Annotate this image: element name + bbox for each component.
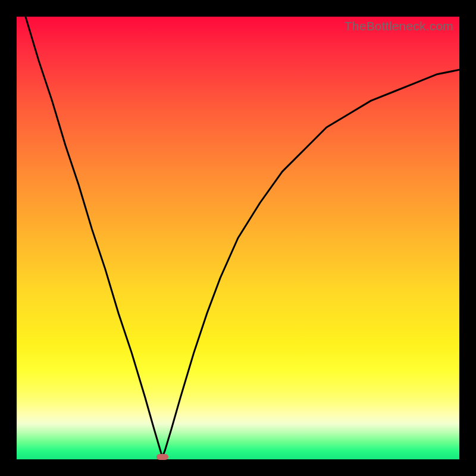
bottleneck-curve <box>17 17 459 459</box>
chart-frame: TheBottleneck.com <box>0 0 476 476</box>
plot-area: TheBottleneck.com <box>17 17 459 459</box>
optimal-point-marker <box>156 454 168 460</box>
